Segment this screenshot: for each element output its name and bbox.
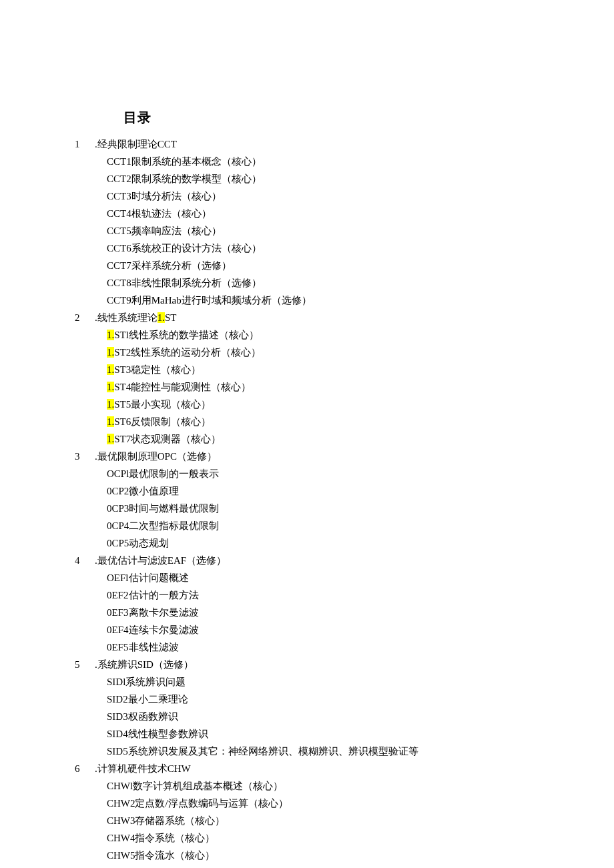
highlight-text: 1. bbox=[158, 312, 165, 323]
toc-item: 1.ST5最小实现（核心） bbox=[107, 396, 614, 412]
toc-item: CCT4根轨迹法（核心） bbox=[107, 205, 614, 222]
toc-item: 0CP5动态规划 bbox=[107, 535, 614, 551]
text: .线性系统理论 bbox=[95, 312, 158, 323]
text: ST7状态观测器（核心） bbox=[114, 434, 221, 444]
toc-item: 0CP4二次型指标最优限制 bbox=[107, 518, 614, 534]
text: ST3稳定性（核心） bbox=[114, 364, 201, 375]
section-items: 1.STl线性系统的数学描述（核心）1.ST2线性系统的运动分析（核心）1.ST… bbox=[107, 327, 614, 447]
section-number: 1 bbox=[75, 136, 83, 152]
toc-item: CCT6系统校正的设计方法（核心） bbox=[107, 240, 614, 256]
toc-item: 1.STl线性系统的数学描述（核心） bbox=[107, 327, 614, 343]
toc-item: CCT5频率响应法（核心） bbox=[107, 223, 614, 239]
toc-item: 0EF4连续卡尔曼滤波 bbox=[107, 622, 614, 638]
toc-item: 0EF5非线性滤波 bbox=[107, 639, 614, 655]
text: CCT6系统校正的设计方法（核心） bbox=[107, 243, 262, 254]
toc-item: CCT7采样系统分析（选修） bbox=[107, 258, 614, 274]
section-title: .线性系统理论1.ST bbox=[95, 310, 177, 326]
toc-item: 1.ST6反馈限制（核心） bbox=[107, 414, 614, 430]
section-title: .最优限制原理OPC（选修） bbox=[95, 448, 217, 464]
toc-item: SID2最小二乘理论 bbox=[107, 691, 614, 707]
toc-item: 1.ST7状态观测器（核心） bbox=[107, 431, 614, 447]
text: 0CP5动态规划 bbox=[107, 538, 169, 548]
text: CCT4根轨迹法（核心） bbox=[107, 208, 212, 219]
toc-body: 1.经典限制理论CCTCCT1限制系统的基本概念（核心）CCT2限制系统的数学模… bbox=[0, 136, 614, 863]
toc-section-heading: 5.系统辨识SID（选修） bbox=[75, 657, 614, 673]
highlight-text: 1. bbox=[107, 382, 114, 392]
section-number: 5 bbox=[75, 657, 83, 673]
text: CHWl数字计算机组成基本概述（核心） bbox=[107, 781, 283, 791]
text: 0EF2估计的一般方法 bbox=[107, 590, 199, 600]
text: .最优估计与滤波EAF（选修） bbox=[95, 555, 226, 566]
highlight-text: 1. bbox=[107, 416, 114, 427]
toc-item: OEFl估计问题概述 bbox=[107, 570, 614, 586]
toc-item: SIDl系统辨识问题 bbox=[107, 674, 614, 690]
text: CHW3存储器系统（核心） bbox=[107, 815, 226, 826]
text: CCT9利用MaHab进行时域和频域分析（选修） bbox=[107, 295, 312, 306]
text: 0EF3离散卡尔曼滤波 bbox=[107, 607, 199, 618]
section-title: .计算机硬件技术CHW bbox=[95, 761, 191, 777]
toc-item: CCT3时域分析法（核心） bbox=[107, 188, 614, 204]
section-title: .经典限制理论CCT bbox=[95, 136, 177, 152]
toc-item: CCT2限制系统的数学模型（核心） bbox=[107, 171, 614, 187]
section-number: 6 bbox=[75, 761, 83, 777]
toc-title: 目录 bbox=[123, 107, 614, 128]
toc-section-heading: 6.计算机硬件技术CHW bbox=[75, 761, 614, 777]
text: OEFl估计问题概述 bbox=[107, 572, 189, 583]
text: CHW2定点数/浮点数编码与运算（核心） bbox=[107, 798, 288, 809]
highlight-text: 1. bbox=[107, 434, 114, 444]
section-items: SIDl系统辨识问题SID2最小二乘理论SID3权函数辨识SID4线性模型参数辨… bbox=[107, 674, 614, 759]
toc-item: OCPl最优限制的一般表示 bbox=[107, 466, 614, 482]
document-page: 目录 1.经典限制理论CCTCCT1限制系统的基本概念（核心）CCT2限制系统的… bbox=[0, 0, 614, 868]
text: 0CP2微小值原理 bbox=[107, 486, 179, 496]
toc-item: 1.ST4能控性与能观测性（核心） bbox=[107, 379, 614, 395]
text: SIDl系统辨识问题 bbox=[107, 677, 186, 687]
text: ST6反馈限制（核心） bbox=[114, 416, 211, 427]
text: .计算机硬件技术CHW bbox=[95, 763, 191, 774]
text: ST bbox=[165, 312, 177, 323]
text: 0CP4二次型指标最优限制 bbox=[107, 520, 219, 531]
toc-item: 0CP2微小值原理 bbox=[107, 483, 614, 499]
highlight-text: 1. bbox=[107, 347, 114, 358]
text: CCT5频率响应法（核心） bbox=[107, 226, 222, 236]
text: 0EF5非线性滤波 bbox=[107, 642, 179, 653]
section-items: CHWl数字计算机组成基本概述（核心）CHW2定点数/浮点数编码与运算（核心）C… bbox=[107, 778, 614, 863]
highlight-text: 1. bbox=[107, 399, 114, 410]
text: ST2线性系统的运动分析（核心） bbox=[114, 347, 261, 358]
text: .经典限制理论CCT bbox=[95, 139, 177, 149]
section-title: .最优估计与滤波EAF（选修） bbox=[95, 552, 226, 568]
toc-item: CCT9利用MaHab进行时域和频域分析（选修） bbox=[107, 292, 614, 308]
toc-item: CHW4指令系统（核心） bbox=[107, 830, 614, 846]
toc-section-heading: 2.线性系统理论1.ST bbox=[75, 310, 614, 326]
text: ST4能控性与能观测性（核心） bbox=[114, 382, 251, 392]
toc-item: CCT1限制系统的基本概念（核心） bbox=[107, 153, 614, 169]
text: SID5系统辨识发展及其它：神经网络辨识、模糊辨识、辨识模型验证等 bbox=[107, 746, 418, 757]
toc-item: 1.ST3稳定性（核心） bbox=[107, 362, 614, 378]
toc-section-heading: 1.经典限制理论CCT bbox=[75, 136, 614, 152]
section-title: .系统辨识SID（选修） bbox=[95, 657, 194, 673]
text: CHW5指令流水（核心） bbox=[107, 850, 216, 861]
toc-section-heading: 4.最优估计与滤波EAF（选修） bbox=[75, 552, 614, 568]
text: CCT7采样系统分析（选修） bbox=[107, 260, 232, 271]
text: CCT2限制系统的数学模型（核心） bbox=[107, 173, 262, 184]
toc-item: 0EF3离散卡尔曼滤波 bbox=[107, 604, 614, 620]
toc-item: CHWl数字计算机组成基本概述（核心） bbox=[107, 778, 614, 794]
toc-item: CHW5指令流水（核心） bbox=[107, 847, 614, 863]
highlight-text: 1. bbox=[107, 330, 114, 340]
text: CCT3时域分析法（核心） bbox=[107, 191, 222, 201]
section-number: 3 bbox=[75, 448, 83, 464]
text: SID3权函数辨识 bbox=[107, 711, 178, 722]
toc-item: SID3权函数辨识 bbox=[107, 709, 614, 725]
text: CHW4指令系统（核心） bbox=[107, 833, 216, 843]
text: 0EF4连续卡尔曼滤波 bbox=[107, 624, 199, 635]
toc-item: 1.ST2线性系统的运动分析（核心） bbox=[107, 344, 614, 360]
section-items: OEFl估计问题概述0EF2估计的一般方法0EF3离散卡尔曼滤波0EF4连续卡尔… bbox=[107, 570, 614, 655]
section-number: 2 bbox=[75, 310, 83, 326]
text: ST5最小实现（核心） bbox=[114, 399, 211, 410]
text: SID2最小二乘理论 bbox=[107, 694, 188, 705]
text: OCPl最优限制的一般表示 bbox=[107, 468, 219, 479]
text: CCT1限制系统的基本概念（核心） bbox=[107, 156, 262, 167]
toc-item: CCT8非线性限制系统分析（选修） bbox=[107, 275, 614, 291]
text: STl线性系统的数学描述（核心） bbox=[114, 330, 259, 340]
toc-item: 0CP3时间与燃料最优限制 bbox=[107, 500, 614, 516]
toc-section-heading: 3.最优限制原理OPC（选修） bbox=[75, 448, 614, 464]
